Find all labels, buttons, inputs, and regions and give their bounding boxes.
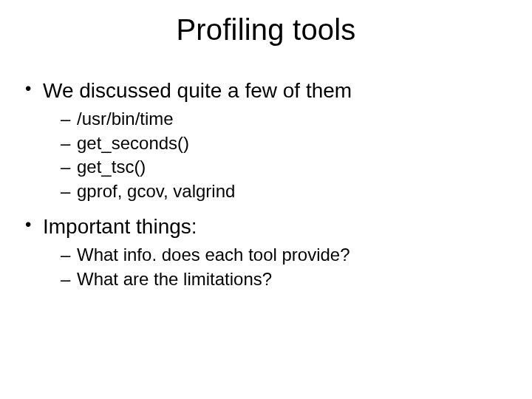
bullet-level2: gprof, gcov, valgrind [25,180,502,203]
bullet-level1: Important things: [25,214,502,239]
bullet-level2: get_seconds() [25,132,502,155]
slide-title: Profiling tools [0,13,532,47]
bullet-level2: What info. does each tool provide? [25,244,502,267]
bullet-level2: What are the limitations? [25,268,502,291]
spacer [25,205,502,214]
bullet-level1: We discussed quite a few of them [25,78,502,103]
bullet-level2: get_tsc() [25,156,502,179]
slide-body: We discussed quite a few of them /usr/bi… [25,78,502,292]
bullet-level2: /usr/bin/time [25,108,502,131]
slide: Profiling tools We discussed quite a few… [0,0,532,399]
